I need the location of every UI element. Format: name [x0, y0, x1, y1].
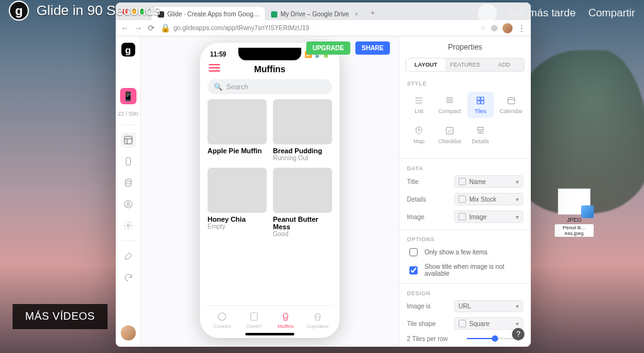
menu-icon[interactable]: ⋮ — [518, 23, 526, 33]
file-thumb — [558, 188, 591, 215]
phone-icon[interactable] — [121, 154, 136, 169]
tab-sheet[interactable]: Sheet7 — [238, 306, 270, 334]
tile-title: Apple Pie Muffin — [208, 147, 267, 155]
section-data: DATA — [399, 163, 531, 173]
tab-label: Muffins — [277, 323, 294, 329]
svg-rect-18 — [477, 97, 480, 100]
tab-muffins[interactable]: Muffins — [270, 306, 302, 334]
reload-icon[interactable]: ⟳ — [147, 23, 155, 33]
chevron-down-icon: ▾ — [516, 196, 519, 203]
select-title[interactable]: Name▾ — [454, 175, 523, 188]
clock-icon[interactable] — [478, 4, 497, 23]
tab-label: Sheet7 — [246, 323, 262, 329]
style-compact[interactable]: Compact — [436, 92, 464, 118]
tab-label: Cupcakes — [306, 323, 329, 329]
url-field[interactable]: go.glideapps.com/app/tRwny7snYISYERtMzU1… — [174, 24, 475, 31]
forward-icon[interactable]: → — [134, 23, 142, 33]
database-icon[interactable] — [121, 175, 136, 190]
share-button[interactable]: SHARE — [355, 41, 390, 55]
label-details: Details — [407, 196, 426, 203]
channel-avatar[interactable]: g — [9, 1, 29, 21]
chevron-down-icon: ▾ — [516, 214, 519, 220]
refresh-icon[interactable] — [121, 270, 136, 285]
phone-time: 11:59 — [210, 51, 226, 58]
seg-layout[interactable]: LAYOUT — [406, 58, 445, 71]
select-image[interactable]: Image▾ — [454, 210, 523, 223]
svg-rect-21 — [481, 101, 484, 104]
tile-item[interactable]: Apple Pie Muffin — [208, 99, 267, 161]
select-imageis[interactable]: URL▾ — [454, 300, 523, 312]
layout-icon[interactable] — [121, 133, 136, 148]
upgrade-button[interactable]: UPGRADE — [306, 41, 350, 55]
browser-window: Glide · Create Apps from Goog… × My Driv… — [116, 3, 531, 347]
extension-icon[interactable] — [491, 25, 497, 31]
seg-add[interactable]: ADD — [485, 58, 524, 71]
chevron-down-icon: ▾ — [516, 320, 519, 327]
select-details[interactable]: Mix Stock▾ — [454, 193, 523, 205]
screen-title: Muffins — [254, 64, 286, 74]
tile-subtitle: Empty — [208, 223, 267, 230]
svg-rect-25 — [447, 128, 453, 134]
tile-title: Peanut Butter Mess — [273, 215, 332, 231]
style-tiles[interactable]: Tiles — [467, 92, 494, 118]
select-shape[interactable]: Square▾ — [454, 317, 523, 330]
settings-icon[interactable] — [121, 218, 136, 233]
search-placeholder: Search — [226, 83, 248, 90]
tile-subtitle: Good — [273, 231, 332, 237]
desktop-file[interactable]: JPEG Penut B…ess.jpeg — [555, 188, 594, 237]
left-rail: g 📱 22 / 500 — [116, 36, 141, 347]
users-icon[interactable] — [121, 197, 136, 212]
search-input[interactable]: 🔍 Search — [208, 79, 332, 94]
seg-features[interactable]: FEATURES — [445, 58, 484, 71]
svg-point-7 — [127, 224, 130, 227]
tab-cookies[interactable]: Cookies — [206, 306, 238, 334]
panel-tabs: LAYOUT FEATURES ADD — [406, 58, 525, 72]
watch-later-label[interactable]: Ver más tarde — [509, 7, 576, 19]
checkbox-show-title[interactable]: Show title when image is not available — [399, 261, 531, 280]
tab-cupcakes[interactable]: Cupcakes — [302, 306, 334, 334]
tile-item[interactable]: Bread Pudding Running Out — [273, 99, 332, 161]
eyedropper-icon[interactable] — [121, 249, 136, 264]
profile-avatar[interactable] — [502, 23, 513, 33]
label-image: Image — [407, 214, 425, 220]
tile-image — [273, 168, 332, 213]
hamburger-icon[interactable] — [209, 64, 220, 72]
bookmark-icon[interactable]: ☆ — [480, 24, 486, 31]
tile-title: Honey Chia — [208, 215, 267, 223]
more-videos-button[interactable]: MÁS VÍDEOS — [13, 304, 108, 329]
label-title: Title — [407, 178, 419, 185]
svg-point-24 — [418, 129, 420, 131]
bottom-tabbar: Cookies Sheet7 Muffins Cupcakes — [206, 305, 333, 334]
section-design: DESIGN — [399, 288, 531, 298]
tab-label: Cookies — [213, 323, 231, 329]
svg-rect-0 — [125, 136, 132, 144]
style-details[interactable]: Details — [467, 122, 494, 148]
back-icon[interactable]: ← — [121, 23, 129, 33]
label-tiles-per-row: 2 Tiles per row — [407, 335, 448, 342]
phone-preview: 11:59 📶 📡 🔋 Muffins 🔍 Search — [200, 43, 340, 338]
file-name: Penut B…ess.jpeg — [555, 224, 594, 237]
chevron-down-icon: ▾ — [516, 303, 519, 310]
svg-point-8 — [218, 313, 226, 320]
checkbox-few-items[interactable]: Only show a few items — [399, 244, 531, 261]
tile-image — [273, 99, 332, 144]
svg-rect-9 — [251, 313, 258, 320]
tile-item[interactable]: Peanut Butter Mess Good — [273, 168, 332, 237]
style-calendar[interactable]: Calendar — [497, 92, 525, 118]
lock-icon: 🔒 — [160, 23, 169, 33]
svg-point-6 — [127, 202, 130, 205]
usage-count: 22 / 500 — [118, 111, 138, 117]
user-avatar[interactable] — [121, 325, 136, 340]
style-map[interactable]: Map — [406, 122, 433, 148]
tile-item[interactable]: Honey Chia Empty — [208, 168, 267, 237]
properties-panel: Properties LAYOUT FEATURES ADD STYLE Lis… — [399, 36, 531, 347]
app-icon[interactable]: 📱 — [120, 88, 136, 104]
glide-logo[interactable]: g — [121, 43, 135, 57]
svg-rect-26 — [477, 128, 483, 130]
share-label[interactable]: Compartir — [588, 7, 635, 19]
help-button[interactable]: ? — [512, 328, 525, 340]
style-list[interactable]: List — [406, 92, 433, 118]
svg-point-10 — [284, 313, 289, 318]
style-checklist[interactable]: Checklist — [436, 122, 464, 148]
tile-title: Bread Pudding — [273, 147, 332, 155]
